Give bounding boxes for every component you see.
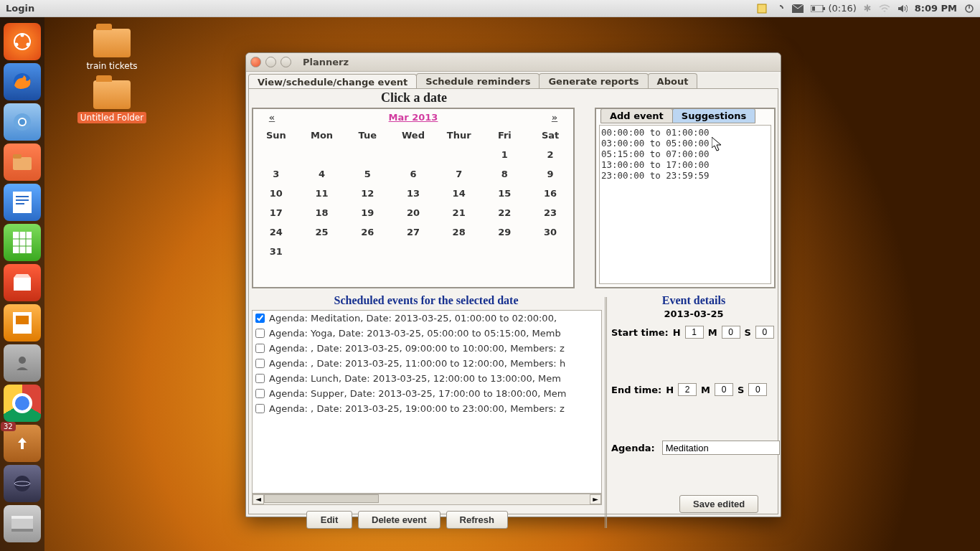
- refresh-button[interactable]: Refresh: [446, 511, 508, 529]
- bluetooth-indicator-icon[interactable]: ✱: [864, 3, 872, 14]
- horizontal-scrollbar[interactable]: ◄ ►: [252, 494, 602, 505]
- calendar-day[interactable]: 28: [436, 222, 482, 242]
- calendar-day[interactable]: [390, 242, 436, 261]
- calendar-day[interactable]: 11: [299, 184, 345, 203]
- calendar-next-button[interactable]: »: [547, 112, 562, 123]
- software-center-icon[interactable]: [4, 264, 41, 301]
- dash-home-icon[interactable]: [4, 23, 41, 60]
- tab-view-schedule[interactable]: View/schedule/change event: [248, 74, 417, 90]
- window-minimize-button[interactable]: [265, 57, 276, 67]
- network-indicator-icon[interactable]: [775, 4, 785, 14]
- window-titlebar[interactable]: Plannerz: [246, 53, 781, 72]
- suggestion-item[interactable]: 05:15:00 to 07:00:00: [601, 149, 769, 159]
- save-edited-button[interactable]: Save edited: [679, 495, 758, 513]
- libreoffice-writer-icon[interactable]: [4, 184, 41, 221]
- chromium-icon[interactable]: [4, 103, 41, 141]
- calendar-day[interactable]: [390, 145, 436, 164]
- software-updater-icon[interactable]: 32: [4, 425, 41, 462]
- calendar-prev-button[interactable]: «: [265, 112, 279, 123]
- calendar-day[interactable]: [527, 242, 573, 261]
- calendar-day[interactable]: 1: [482, 145, 528, 164]
- suggestion-item[interactable]: 00:00:00 to 01:00:00: [601, 127, 769, 138]
- start-second-input[interactable]: [755, 326, 774, 339]
- tab-suggestions[interactable]: Suggestions: [672, 108, 755, 123]
- calendar-day[interactable]: 12: [344, 184, 390, 203]
- nautilus-icon[interactable]: [4, 143, 41, 181]
- calendar-day[interactable]: 22: [482, 203, 528, 222]
- calendar-day[interactable]: 10: [253, 184, 299, 203]
- end-second-input[interactable]: [748, 383, 767, 396]
- calendar-day[interactable]: 20: [390, 203, 436, 222]
- calendar-day[interactable]: 23: [527, 203, 573, 222]
- calendar-day[interactable]: [436, 242, 482, 261]
- tab-about[interactable]: About: [648, 73, 698, 89]
- calendar-day[interactable]: [299, 145, 345, 164]
- scroll-track[interactable]: [264, 494, 590, 504]
- calendar-day[interactable]: [344, 145, 390, 164]
- suggestion-item[interactable]: 03:00:00 to 05:00:00: [601, 138, 769, 149]
- mail-indicator-icon[interactable]: [792, 4, 804, 13]
- calendar-day[interactable]: [299, 242, 345, 261]
- event-checkbox[interactable]: [255, 374, 265, 383]
- tab-schedule-reminders[interactable]: Schedule reminders: [416, 73, 540, 89]
- suggestion-item[interactable]: 23:00:00 to 23:59:59: [601, 170, 769, 181]
- wifi-indicator-icon[interactable]: [879, 4, 890, 13]
- calendar-day[interactable]: 30: [527, 222, 573, 242]
- scheduled-events-list[interactable]: Agenda: Meditation, Date: 2013-03-25, 01…: [252, 310, 602, 494]
- app-menu-title[interactable]: Login: [6, 3, 34, 14]
- calendar-day[interactable]: 4: [299, 164, 345, 184]
- event-checkbox[interactable]: [255, 389, 265, 398]
- event-checkbox[interactable]: [255, 329, 265, 338]
- libreoffice-calc-icon[interactable]: [4, 224, 41, 261]
- calendar-day[interactable]: 13: [390, 184, 436, 203]
- eclipse-icon[interactable]: [4, 465, 41, 502]
- battery-indicator[interactable]: (0:16): [811, 3, 856, 14]
- event-checkbox[interactable]: [255, 344, 265, 353]
- session-indicator-icon[interactable]: [964, 4, 974, 14]
- calendar-day[interactable]: 24: [253, 222, 299, 242]
- tab-add-event[interactable]: Add event: [600, 108, 673, 123]
- firefox-icon[interactable]: [4, 63, 41, 100]
- calendar-day[interactable]: 26: [344, 222, 390, 242]
- calendar-day[interactable]: 19: [344, 203, 390, 222]
- calendar-day[interactable]: 6: [390, 164, 436, 184]
- calendar-day[interactable]: 3: [253, 164, 299, 184]
- clock-indicator[interactable]: 8:09 PM: [915, 3, 957, 14]
- calendar-day[interactable]: 15: [482, 184, 528, 203]
- suggestion-item[interactable]: 13:00:00 to 17:00:00: [601, 159, 769, 170]
- start-hour-input[interactable]: [685, 326, 704, 339]
- calendar-day[interactable]: 8: [482, 164, 528, 184]
- event-checkbox[interactable]: [255, 404, 265, 413]
- scroll-right-button[interactable]: ►: [590, 494, 601, 504]
- tab-generate-reports[interactable]: Generate reports: [539, 73, 648, 89]
- calendar-day[interactable]: 2: [527, 145, 573, 164]
- sound-indicator-icon[interactable]: [897, 4, 908, 14]
- agenda-input[interactable]: [662, 441, 780, 455]
- calendar-day[interactable]: [482, 242, 528, 261]
- edit-button[interactable]: Edit: [306, 511, 352, 529]
- calendar-day[interactable]: 9: [527, 164, 573, 184]
- scroll-left-button[interactable]: ◄: [253, 494, 264, 504]
- scroll-thumb[interactable]: [264, 494, 379, 503]
- calendar-day[interactable]: 29: [482, 222, 528, 242]
- end-minute-input[interactable]: [715, 383, 733, 396]
- event-checkbox[interactable]: [255, 314, 265, 323]
- calendar-day[interactable]: 25: [299, 222, 345, 242]
- chrome-icon[interactable]: [4, 385, 41, 422]
- calendar-day[interactable]: [436, 145, 482, 164]
- notes-indicator-icon[interactable]: [756, 3, 768, 14]
- calendar-day[interactable]: [344, 242, 390, 261]
- calendar-day[interactable]: 5: [344, 164, 390, 184]
- system-settings-icon[interactable]: [4, 344, 41, 382]
- delete-event-button[interactable]: Delete event: [358, 511, 440, 529]
- simple-scan-icon[interactable]: [4, 505, 41, 542]
- calendar-day[interactable]: 18: [299, 203, 345, 222]
- desktop-folder-train-tickets[interactable]: train tickets: [76, 29, 148, 72]
- event-checkbox[interactable]: [255, 359, 265, 368]
- calendar-month-link[interactable]: Mar 2013: [279, 112, 547, 123]
- calendar-day[interactable]: 21: [436, 203, 482, 222]
- calendar-day[interactable]: [253, 145, 299, 164]
- calendar-day[interactable]: 17: [253, 203, 299, 222]
- start-minute-input[interactable]: [722, 326, 740, 339]
- end-hour-input[interactable]: [678, 383, 697, 396]
